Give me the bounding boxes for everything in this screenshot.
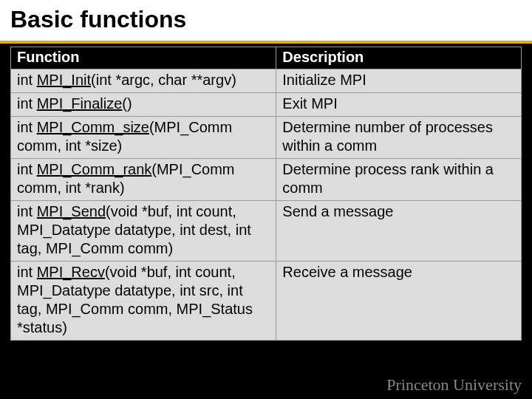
func-pre: int [17, 203, 37, 219]
func-pre: int [17, 119, 37, 135]
func-name: MPI_Recv [37, 264, 105, 280]
footer-text: Princeton University [386, 375, 522, 395]
func-pre: int [17, 264, 37, 280]
table-header-row: Function Description [11, 47, 522, 69]
functions-table: Function Description int MPI_Init(int *a… [10, 47, 522, 341]
table-row: int MPI_Send(void *buf, int count, MPI_D… [11, 201, 522, 262]
col-description: Description [276, 47, 522, 69]
table-row: int MPI_Init(int *argc, char **argv) Ini… [11, 69, 522, 93]
func-cell: int MPI_Finalize() [11, 93, 276, 117]
func-pre: int [17, 161, 37, 177]
desc-cell: Receive a message [276, 262, 522, 341]
func-post: () [122, 95, 132, 112]
func-name: MPI_Init [37, 72, 91, 88]
title-bar: Basic functions [0, 0, 532, 44]
func-name: MPI_Finalize [37, 95, 123, 112]
func-name: MPI_Comm_size [37, 119, 149, 135]
desc-cell: Determine process rank within a comm [276, 159, 522, 201]
func-pre: int [17, 72, 37, 88]
table-wrap: Function Description int MPI_Init(int *a… [0, 44, 532, 341]
desc-cell: Initialize MPI [276, 69, 522, 93]
desc-cell: Determine number of processes within a c… [276, 117, 522, 159]
func-cell: int MPI_Recv(void *buf, int count, MPI_D… [11, 262, 276, 341]
desc-cell: Exit MPI [276, 93, 522, 117]
func-post: (int *argc, char **argv) [91, 72, 236, 88]
col-function: Function [11, 47, 276, 69]
func-cell: int MPI_Init(int *argc, char **argv) [11, 69, 276, 93]
desc-cell: Send a message [276, 201, 522, 262]
func-name: MPI_Comm_rank [37, 161, 152, 177]
page-title: Basic functions [10, 6, 522, 33]
table-row: int MPI_Finalize() Exit MPI [11, 93, 522, 117]
table-row: int MPI_Recv(void *buf, int count, MPI_D… [11, 262, 522, 341]
func-name: MPI_Send [37, 203, 106, 219]
func-pre: int [17, 95, 37, 112]
func-cell: int MPI_Comm_rank(MPI_Comm comm, int *ra… [11, 159, 276, 201]
func-cell: int MPI_Send(void *buf, int count, MPI_D… [11, 201, 276, 262]
table-row: int MPI_Comm_rank(MPI_Comm comm, int *ra… [11, 159, 522, 201]
table-row: int MPI_Comm_size(MPI_Comm comm, int *si… [11, 117, 522, 159]
func-cell: int MPI_Comm_size(MPI_Comm comm, int *si… [11, 117, 276, 159]
